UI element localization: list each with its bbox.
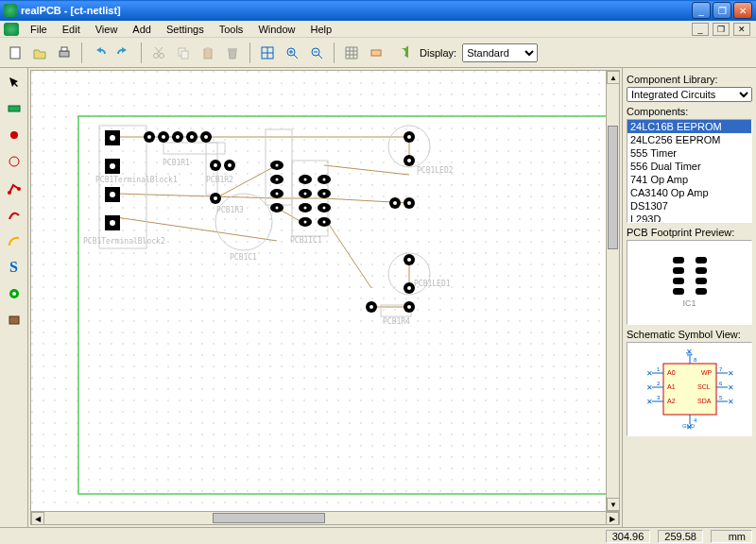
zoom-out-button[interactable] bbox=[305, 42, 328, 64]
close-button[interactable]: ✕ bbox=[733, 2, 752, 19]
circle-tool[interactable] bbox=[4, 151, 25, 172]
menu-view[interactable]: View bbox=[88, 23, 126, 36]
svg-rect-9 bbox=[228, 48, 237, 50]
svg-point-88 bbox=[393, 201, 397, 205]
menu-tools[interactable]: Tools bbox=[212, 23, 251, 36]
svg-point-56 bbox=[228, 163, 232, 167]
component-item[interactable]: 24LC256 EEPROM bbox=[627, 133, 751, 146]
svg-point-17 bbox=[8, 191, 11, 195]
v-scroll-thumb[interactable] bbox=[608, 126, 618, 249]
new-button[interactable] bbox=[4, 42, 26, 64]
mdi-restore-button[interactable]: ❐ bbox=[713, 23, 730, 36]
svg-text:✕: ✕ bbox=[686, 423, 693, 432]
display-label: Display: bbox=[420, 47, 456, 59]
scroll-left-arrow[interactable]: ◀ bbox=[31, 512, 44, 525]
grid-button[interactable] bbox=[340, 42, 363, 64]
svg-text:PCB1LED2: PCB1LED2 bbox=[417, 166, 454, 175]
app-icon bbox=[4, 4, 17, 17]
canvas-area: PCB1TerminalBlock1 PCB1TerminalBlock2 PC… bbox=[30, 70, 620, 525]
right-panel: Component Library: Integrated Circuits C… bbox=[622, 68, 756, 527]
svg-text:8: 8 bbox=[694, 357, 697, 363]
zoom-fit-button[interactable] bbox=[256, 42, 279, 64]
vertical-scrollbar[interactable]: ▲ ▼ bbox=[606, 71, 619, 511]
library-select[interactable]: Integrated Circuits bbox=[627, 87, 752, 102]
component-item[interactable]: 556 Dual Timer bbox=[627, 160, 751, 173]
component-item[interactable]: 24LC16B EEPROM bbox=[627, 120, 751, 133]
svg-text:3: 3 bbox=[657, 395, 661, 400]
scroll-right-arrow[interactable]: ▶ bbox=[606, 512, 619, 525]
svg-point-90 bbox=[407, 201, 411, 205]
component-tool[interactable] bbox=[4, 98, 25, 119]
svg-text:A2: A2 bbox=[667, 398, 676, 404]
svg-text:PCB1R1: PCB1R1 bbox=[163, 159, 190, 167]
svg-point-78 bbox=[304, 221, 307, 224]
status-bar: 304.96 259.58 mm bbox=[0, 527, 756, 544]
minimize-button[interactable]: _ bbox=[692, 2, 711, 19]
mdi-close-button[interactable]: ✕ bbox=[733, 23, 750, 36]
refresh-button[interactable] bbox=[389, 42, 412, 64]
select-tool[interactable] bbox=[4, 72, 25, 93]
maximize-button[interactable]: ❐ bbox=[713, 2, 731, 19]
scroll-up-arrow[interactable]: ▲ bbox=[607, 71, 620, 84]
svg-rect-2 bbox=[61, 47, 67, 51]
snap-tool[interactable]: S bbox=[4, 257, 25, 278]
menu-add[interactable]: Add bbox=[125, 23, 159, 36]
arc-tool[interactable] bbox=[4, 230, 25, 251]
title-bar: realPCB - [ct-netlist] _ ❐ ✕ bbox=[0, 0, 756, 21]
curve-tool[interactable] bbox=[4, 204, 25, 225]
pad-tool[interactable] bbox=[4, 125, 25, 145]
component-item[interactable]: 741 Op Amp bbox=[627, 173, 751, 186]
component-item[interactable]: 555 Timer bbox=[627, 146, 751, 160]
svg-point-76 bbox=[304, 193, 307, 196]
pcb-canvas[interactable]: PCB1TerminalBlock1 PCB1TerminalBlock2 PC… bbox=[31, 71, 619, 524]
status-unit: mm bbox=[711, 530, 752, 543]
footprint-label: PCB Footprint Preview: bbox=[627, 227, 752, 238]
svg-text:6: 6 bbox=[719, 381, 723, 386]
component-item[interactable]: CA3140 Op Amp bbox=[627, 186, 751, 199]
svg-point-36 bbox=[110, 135, 115, 141]
svg-text:✕: ✕ bbox=[728, 383, 734, 392]
svg-text:PCB1TerminalBlock2: PCB1TerminalBlock2 bbox=[83, 237, 165, 246]
svg-point-15 bbox=[10, 131, 18, 139]
undo-button[interactable] bbox=[88, 42, 111, 64]
svg-text:PCB1LED1: PCB1LED1 bbox=[414, 280, 451, 288]
layers-button[interactable] bbox=[365, 42, 387, 64]
copy-button[interactable] bbox=[172, 42, 195, 64]
delete-button[interactable] bbox=[221, 42, 244, 64]
menu-settings[interactable]: Settings bbox=[159, 23, 212, 36]
workspace: S bbox=[0, 68, 756, 527]
svg-point-92 bbox=[407, 258, 411, 262]
via-tool[interactable] bbox=[4, 283, 25, 304]
paste-button[interactable] bbox=[197, 42, 219, 64]
open-button[interactable] bbox=[28, 42, 51, 64]
svg-point-73 bbox=[276, 193, 279, 196]
svg-text:5: 5 bbox=[719, 395, 723, 400]
svg-text:SDA: SDA bbox=[697, 398, 712, 404]
zoom-in-button[interactable] bbox=[281, 42, 303, 64]
left-toolbar: S bbox=[0, 68, 28, 527]
components-list[interactable]: 24LC16B EEPROM24LC256 EEPROM555 Timer556… bbox=[627, 119, 752, 223]
h-scroll-thumb[interactable] bbox=[213, 513, 325, 523]
component-item[interactable]: L293D bbox=[627, 212, 751, 223]
component-item[interactable]: DS1307 bbox=[627, 199, 751, 212]
horizontal-scrollbar[interactable]: ◀ ▶ bbox=[31, 511, 619, 524]
cut-button[interactable] bbox=[147, 42, 170, 64]
print-button[interactable] bbox=[53, 42, 76, 64]
svg-point-86 bbox=[407, 159, 411, 162]
svg-text:PCB1C1: PCB1C1 bbox=[230, 253, 257, 262]
menu-file[interactable]: File bbox=[23, 23, 55, 36]
scroll-down-arrow[interactable]: ▼ bbox=[607, 498, 620, 511]
svg-text:PCB1TerminalBlock1: PCB1TerminalBlock1 bbox=[95, 176, 178, 184]
menu-window[interactable]: Window bbox=[250, 23, 302, 36]
redo-button[interactable] bbox=[112, 42, 135, 64]
menu-help[interactable]: Help bbox=[303, 23, 340, 36]
svg-text:SCL: SCL bbox=[697, 383, 711, 390]
svg-point-72 bbox=[276, 178, 279, 181]
menu-edit[interactable]: Edit bbox=[55, 23, 88, 36]
mdi-minimize-button[interactable]: _ bbox=[692, 23, 709, 36]
svg-point-98 bbox=[407, 305, 411, 309]
svg-point-82 bbox=[323, 221, 326, 224]
track-tool[interactable] bbox=[4, 178, 25, 198]
ic-tool[interactable] bbox=[4, 310, 25, 331]
display-select[interactable]: Standard bbox=[462, 43, 538, 62]
